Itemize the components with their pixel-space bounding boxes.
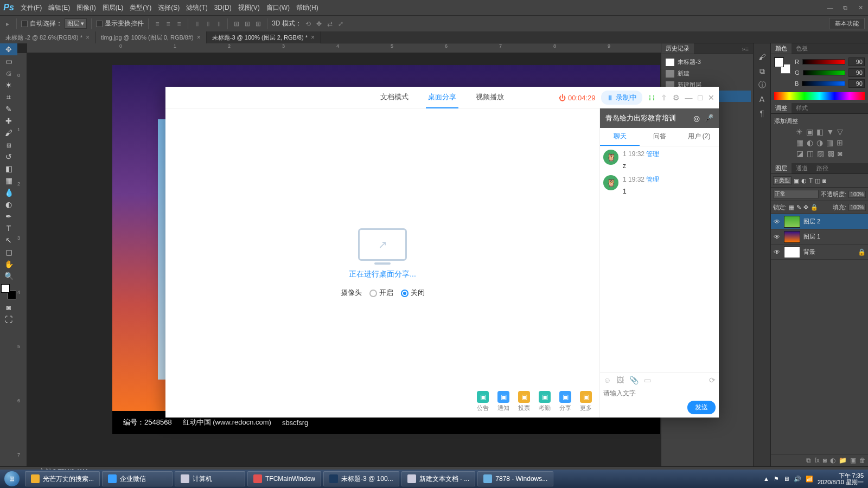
shape-tool[interactable]: ▢ (0, 246, 17, 258)
blur-tool[interactable]: 💧 (0, 187, 17, 198)
auto-select-dropdown[interactable]: 图层 ▾ (65, 18, 87, 29)
tab-screen-share[interactable]: 桌面分享 (426, 87, 458, 108)
adj-icon[interactable]: ▨ (817, 149, 824, 158)
distribute-icon[interactable]: ⫴ (193, 20, 201, 28)
stamp-tool[interactable]: ⧇ (0, 139, 17, 151)
eraser-tool[interactable]: ◧ (0, 163, 17, 175)
adj-icon[interactable]: ◑ (816, 138, 823, 147)
dodge-tool[interactable]: ◐ (0, 198, 17, 210)
card-icon[interactable]: ▭ (644, 376, 651, 384)
tray-icon[interactable]: ⚑ (774, 476, 779, 483)
align-icon[interactable]: ≡ (164, 20, 173, 28)
path-tool[interactable]: ↖ (0, 234, 17, 246)
eyedropper-tool[interactable]: ✎ (0, 103, 17, 115)
close-icon[interactable]: × (86, 34, 90, 41)
document-tab-active[interactable]: 未标题-3 @ 100% (图层 2, RGB/8) *× (207, 31, 321, 43)
pan-icon[interactable]: ✥ (315, 20, 323, 28)
filter-icon[interactable]: T (809, 177, 813, 184)
link-icon[interactable]: ⧉ (806, 457, 811, 464)
bottom-tool[interactable]: ▣分享 (559, 391, 571, 412)
history-brush-tool[interactable]: ↺ (0, 151, 17, 163)
adj-icon[interactable]: ◧ (816, 127, 824, 136)
distribute-icon[interactable]: ⊞ (243, 20, 252, 28)
refresh-icon[interactable]: ⟳ (709, 376, 716, 384)
adj-icon[interactable]: ▥ (826, 138, 833, 147)
distribute-icon[interactable]: ⫴ (214, 20, 223, 28)
history-panel-tab[interactable]: 历史记录 (661, 43, 694, 54)
tab-doc-mode[interactable]: 文档模式 (378, 87, 411, 108)
hand-tool[interactable]: ✋ (0, 258, 17, 270)
menu-3d[interactable]: 3D(D) (211, 4, 235, 11)
move-tool[interactable]: ✥ (0, 43, 17, 55)
lock-icon[interactable]: ✎ (796, 204, 801, 211)
channels-tab[interactable]: 通道 (792, 163, 812, 174)
adj-icon[interactable]: ▽ (837, 127, 843, 136)
screenmode-tool[interactable]: ⛶ (0, 313, 17, 325)
layers-tab[interactable]: 图层 (771, 163, 792, 174)
r-value[interactable]: 90 (848, 57, 865, 66)
menu-file[interactable]: 文件(F) (17, 3, 45, 12)
adj-icon[interactable]: ▼ (827, 127, 834, 136)
workspace-switcher[interactable]: 基本功能 (829, 18, 865, 29)
adjustments-tab[interactable]: 调整 (771, 103, 792, 113)
menu-edit[interactable]: 编辑(E) (45, 3, 73, 12)
taskbar-item[interactable]: 企业微信 (102, 471, 173, 486)
settings-icon[interactable]: ⚙ (673, 93, 680, 102)
tray-icon[interactable]: 📶 (806, 476, 813, 483)
layer-row[interactable]: 👁图层 2 (771, 214, 868, 229)
gradient-tool[interactable]: ▦ (0, 175, 17, 187)
layer-row[interactable]: 👁图层 1 (771, 229, 868, 245)
document-tab[interactable]: timg.jpg @ 100% (图层 0, RGB/8#)× (95, 31, 207, 43)
taskbar-item[interactable]: 7878 - Windows... (477, 471, 553, 486)
pen-tool[interactable]: ✒ (0, 210, 17, 222)
adj-icon[interactable]: ⊞ (837, 138, 843, 147)
visibility-icon[interactable]: 👁 (773, 248, 781, 256)
filter-icon[interactable]: ◫ (815, 177, 820, 184)
blend-mode-select[interactable]: 正常 (773, 190, 819, 198)
attach-icon[interactable]: 📎 (629, 376, 639, 384)
distribute-icon[interactable]: ⫴ (203, 20, 212, 28)
tab-video-play[interactable]: 视频播放 (474, 87, 506, 108)
adj-icon[interactable]: ◫ (807, 149, 814, 158)
menu-help[interactable]: 帮助(H) (293, 3, 322, 12)
g-value[interactable]: 90 (848, 68, 865, 77)
crop-tool[interactable]: ⌗ (0, 91, 17, 103)
menu-view[interactable]: 视图(V) (235, 3, 263, 12)
tab-chat[interactable]: 聊天 (600, 128, 640, 146)
adj-icon[interactable]: ◐ (807, 138, 813, 147)
menu-window[interactable]: 窗口(W) (263, 3, 293, 12)
menu-filter[interactable]: 滤镜(T) (183, 3, 210, 12)
close-button[interactable]: ✕ (853, 2, 868, 13)
adj-icon[interactable]: ▩ (827, 149, 834, 158)
color-tab[interactable]: 颜色 (771, 43, 792, 54)
lock-icon[interactable]: ▦ (789, 204, 794, 211)
fx-icon[interactable]: fx (814, 457, 819, 464)
bottom-tool[interactable]: ▣通知 (497, 391, 509, 412)
adj-layer-icon[interactable]: ◐ (830, 457, 835, 464)
mic-icon[interactable]: 🎤 (704, 114, 713, 123)
adj-icon[interactable]: ◪ (796, 149, 803, 158)
target-icon[interactable]: ◎ (693, 114, 700, 123)
chat-input[interactable] (603, 388, 716, 399)
tab-users[interactable]: 用户 (2) (679, 128, 719, 146)
close-icon[interactable]: × (197, 34, 201, 41)
info-panel-icon[interactable]: ⓘ (757, 80, 767, 90)
adj-icon[interactable]: ☀ (796, 127, 803, 136)
group-icon[interactable]: 📁 (839, 457, 847, 464)
quickmask-tool[interactable]: ◙ (0, 301, 17, 313)
filter-icon[interactable]: ◙ (822, 177, 826, 184)
filter-icon[interactable]: ◐ (801, 177, 807, 184)
lasso-tool[interactable]: ⟃ (0, 67, 17, 79)
history-step[interactable]: 新建 (663, 68, 751, 79)
g-slider[interactable] (803, 70, 845, 75)
brush-tool[interactable]: 🖌 (0, 127, 17, 139)
show-transform-checkbox[interactable] (96, 21, 103, 27)
menu-type[interactable]: 类型(Y) (126, 3, 155, 12)
tray-icon[interactable]: 🔊 (794, 476, 801, 483)
para-panel-icon[interactable]: ¶ (757, 108, 767, 118)
taskbar-item[interactable]: 光芒万丈的搜索... (25, 471, 100, 486)
color-ramp[interactable] (774, 92, 865, 100)
tray-icon[interactable]: ▲ (763, 476, 769, 482)
taskbar-item[interactable]: TFCMainWindow (247, 471, 321, 486)
visibility-icon[interactable]: 👁 (773, 218, 781, 226)
